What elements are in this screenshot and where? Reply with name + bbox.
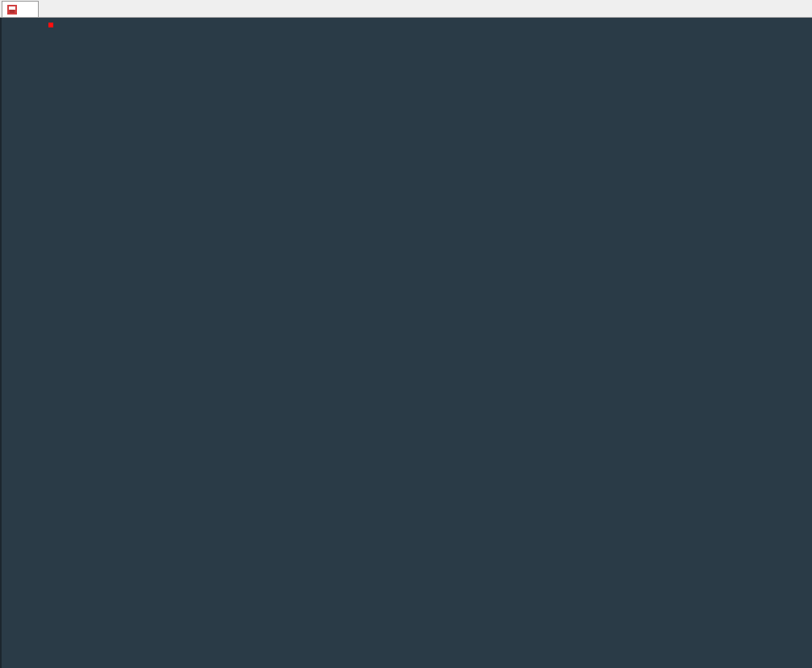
file-icon bbox=[7, 5, 17, 15]
tab-data-json[interactable] bbox=[2, 1, 39, 17]
fold-column bbox=[37, 18, 48, 668]
line-number-gutter bbox=[2, 18, 37, 668]
editor-window bbox=[0, 0, 812, 668]
tab-bar bbox=[0, 0, 812, 18]
highlight-annotation bbox=[48, 23, 53, 27]
close-icon[interactable] bbox=[25, 6, 33, 14]
code-area[interactable] bbox=[48, 18, 812, 668]
editor-area[interactable] bbox=[0, 18, 812, 668]
